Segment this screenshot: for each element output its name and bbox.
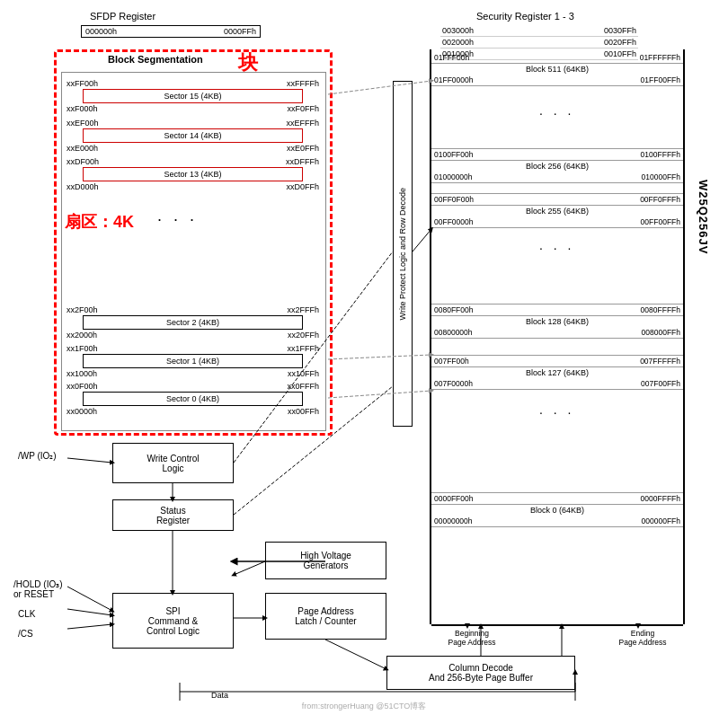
sector-15-group: xxFF00h xxFFFFh Sector 15 (4KB) xxF000h … [65, 79, 321, 113]
sector-15-top-row: xxFF00h xxFFFFh [65, 79, 321, 88]
block-seg-title: Block Segmentation [108, 54, 203, 65]
mem-dots-3: . . . [539, 402, 574, 417]
sector-13-top-row: xxDF00h xxDFFFh [65, 157, 321, 166]
status-register-box: StatusRegister [112, 499, 234, 531]
sector-13-group: xxDF00h xxDFFFh Sector 13 (4KB) xxD000h … [65, 157, 321, 191]
s14-addr-tr: xxEFFFh [286, 119, 319, 128]
s14-addr-tl: xxEF00h [67, 119, 99, 128]
s2-addr-br: xx20FFh [288, 331, 319, 340]
sector-14-top-row: xxEF00h xxEFFFh [65, 119, 321, 128]
b0-tr: 0000FFFFh [641, 494, 680, 503]
b255-tl: 00FF0F00h [434, 195, 474, 204]
page-address-label: Page AddressLatch / Counter [295, 606, 356, 626]
s2-addr-bl: xx2000h [67, 331, 97, 340]
clk-signal-label: CLK [18, 609, 35, 619]
s13-addr-tr: xxDFFFh [286, 157, 319, 166]
sector-1-box: Sector 1 (4KB) [83, 354, 303, 368]
hv-generators-box: High VoltageGenerators [265, 542, 386, 579]
svg-line-14 [328, 391, 431, 398]
mem-map-right-border [683, 49, 685, 624]
svg-line-10 [234, 561, 265, 575]
s1-addr-tl: xx1F00h [67, 344, 98, 353]
s2-addr-tr: xx2FFFh [287, 305, 319, 314]
s2-addr-tl: xx2F00h [67, 305, 98, 314]
svg-line-4 [67, 587, 112, 611]
hold-text: /HOLD (IO₃) [13, 579, 63, 589]
s1-addr-bl: xx1000h [67, 369, 97, 378]
s0-addr-br: xx00FFh [288, 407, 319, 416]
data-label: Data [211, 691, 228, 700]
s0-addr-tr: xx0FFFh [287, 382, 319, 391]
b0-tl: 0000FF00h [434, 494, 473, 503]
wp-logic-label: Write Protect Logic and Row Decode [398, 188, 407, 320]
mem-dots-2: . . . [539, 238, 574, 252]
sec-row1-right: 0030FFh [604, 26, 636, 35]
s1-addr-tr: xx1FFFh [287, 344, 319, 353]
b511-label: Block 511 (64KB) [431, 64, 683, 75]
s1-addr-br: xx10FFh [288, 369, 319, 378]
block-511: 01FFF00h 01FFFFFFh Block 511 (64KB) 01FF… [431, 52, 683, 86]
svg-line-13 [328, 355, 431, 359]
b128-tl: 0080FF00h [434, 305, 473, 314]
sector-15-box: Sector 15 (4KB) [83, 89, 303, 103]
chip-label: W25Q256JV [697, 180, 710, 254]
s0-addr-bl: xx0000h [67, 407, 97, 416]
sector-13-box: Sector 13 (4KB) [83, 167, 303, 181]
b127-tr: 007FFFFFh [640, 357, 680, 366]
svg-line-8 [325, 640, 386, 669]
sector-chinese-label: 扇区：4K [65, 211, 134, 233]
sector-0-top-row: xx0F00h xx0FFFh [65, 382, 321, 391]
watermark: from:strongerHuang @51CTO博客 [302, 701, 427, 712]
s13-addr-tl: xxDF00h [67, 157, 99, 166]
b256-tl: 0100FF00h [434, 150, 473, 159]
sector-2-top-row: xx2F00h xx2FFFh [65, 305, 321, 314]
sfdp-start-addr: 000000h [85, 27, 117, 36]
write-control-box: Write ControlLogic [112, 443, 234, 483]
s15-addr-bl: xxF000h [67, 104, 98, 113]
sector-0-box: Sector 0 (4KB) [83, 392, 303, 406]
s13-addr-br: xxD0FFh [286, 182, 319, 191]
s0-addr-tl: xx0F00h [67, 382, 98, 391]
write-control-label: Write ControlLogic [146, 454, 199, 473]
sec-row2-right: 0020FFh [604, 38, 636, 47]
beginning-page-label: BeginningPage Address [440, 629, 503, 647]
sector-2-box: Sector 2 (4KB) [83, 315, 303, 330]
sector-2-group: xx2F00h xx2FFFh Sector 2 (4KB) xx2000h x… [65, 305, 321, 340]
security-title: Security Register 1 - 3 [476, 11, 574, 22]
sector-1-top-row: xx1F00h xx1FFFh [65, 344, 321, 353]
b511-tl: 01FFF00h [434, 53, 469, 62]
b255-tr: 00FF0FFFh [640, 195, 680, 204]
main-container: SFDP Register Security Register 1 - 3 00… [0, 0, 728, 715]
sfdp-addr-bar: 000000h 0000FFh [81, 25, 261, 38]
b0-br: 000000FFh [642, 516, 680, 525]
b255-br: 00FF00FFh [641, 217, 680, 226]
b128-br: 008000FFh [642, 328, 680, 337]
svg-line-15 [413, 229, 431, 252]
s14-addr-br: xxE0FFh [287, 144, 319, 153]
column-decode-label: Column DecodeAnd 256-Byte Page Buffer [429, 663, 533, 683]
b255-bl: 00FF0000h [434, 217, 473, 226]
sector-14-bot-row: xxE000h xxE0FFh [65, 144, 321, 153]
spi-control-label: SPICommand &Control Logic [146, 606, 200, 636]
b128-bl: 00800000h [434, 328, 473, 337]
sec-row2-left: 002000h [442, 38, 474, 47]
sector-2-bot-row: xx2000h xx20FFh [65, 331, 321, 340]
b511-br: 01FF00FFh [641, 75, 680, 84]
block-256: 0100FF00h 0100FFFFh Block 256 (64KB) 010… [431, 148, 683, 183]
mem-map-bottom [431, 624, 683, 626]
svg-line-6 [67, 624, 112, 629]
b256-label: Block 256 (64KB) [431, 161, 683, 172]
s15-addr-tl: xxFF00h [67, 79, 98, 88]
sector-1-bot-row: xx1000h xx10FFh [65, 369, 321, 378]
block-127: 007FF00h 007FFFFFh Block 127 (64KB) 007F… [431, 355, 683, 390]
ending-page-label: EndingPage Address [611, 629, 674, 647]
b127-label: Block 127 (64KB) [431, 367, 683, 378]
sfdp-title: SFDP Register [90, 11, 155, 22]
b511-tr: 01FFFFFFh [640, 53, 680, 62]
sfdp-end-addr: 0000FFh [224, 27, 256, 36]
mem-dots-1: . . . [539, 103, 574, 118]
svg-line-5 [67, 609, 112, 615]
or-reset-text: or RESET [13, 589, 54, 599]
s14-addr-bl: xxE000h [67, 144, 98, 153]
svg-line-0 [67, 458, 112, 463]
